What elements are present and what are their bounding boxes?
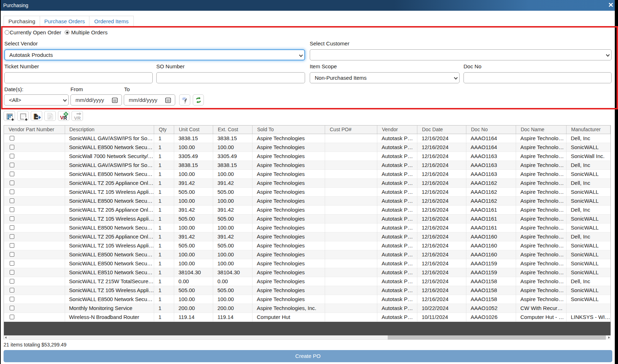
svg-text:V: V bbox=[74, 115, 77, 121]
svg-text:R: R bbox=[77, 115, 81, 121]
